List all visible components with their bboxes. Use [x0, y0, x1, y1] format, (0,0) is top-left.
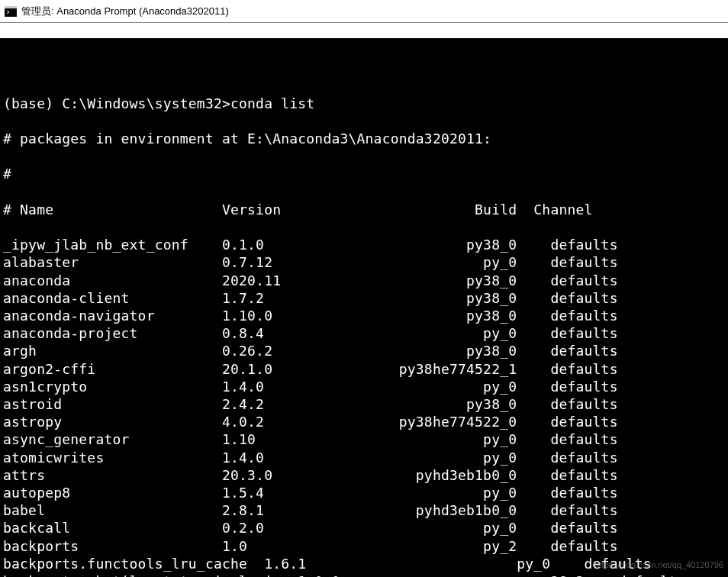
- package-row: backports 1.0 py_2 defaults: [3, 537, 728, 555]
- package-row: backcall 0.2.0 py_0 defaults: [3, 519, 728, 537]
- package-row: astroid 2.4.2 py38_0 defaults: [3, 395, 728, 413]
- titlebar-spacer: [0, 23, 728, 38]
- svg-rect-1: [5, 6, 17, 8]
- watermark-text: https://blog.csdn.net/qq_40120796: [594, 556, 723, 574]
- terminal-output[interactable]: (base) C:\Windows\system32>conda list # …: [0, 38, 728, 577]
- window-title: 管理员: Anaconda Prompt (Anaconda3202011): [21, 5, 229, 18]
- package-row: anaconda-navigator 1.10.0 py38_0 default…: [3, 307, 728, 324]
- package-row: argon2-cffi 20.1.0 py38he774522_1 defaul…: [3, 360, 728, 378]
- blank-row: [3, 59, 728, 76]
- prompt-command: conda list: [230, 95, 314, 111]
- package-row: atomicwrites 1.4.0 py_0 defaults: [3, 449, 728, 466]
- package-row: astropy 4.0.2 py38he774522_0 defaults: [3, 413, 728, 430]
- package-row: asn1crypto 1.4.0 py_0 defaults: [3, 378, 728, 395]
- package-row: anaconda-client 1.7.2 py38_0 defaults: [3, 289, 728, 307]
- hash-line: #: [3, 165, 728, 182]
- package-row: autopep8 1.5.4 py_0 defaults: [3, 484, 728, 501]
- package-row: argh 0.26.2 py38_0 defaults: [3, 342, 728, 359]
- package-row: async_generator 1.10 py_0 defaults: [3, 430, 728, 448]
- env-line: # packages in environment at E:\Anaconda…: [3, 130, 728, 147]
- package-row: anaconda 2020.11 py38_0 defaults: [3, 272, 728, 289]
- window-titlebar: 管理员: Anaconda Prompt (Anaconda3202011): [0, 0, 728, 23]
- package-row: babel 2.8.1 pyhd3eb1b0_0 defaults: [3, 501, 728, 519]
- header-row: # Name Version Build Channel: [3, 201, 728, 218]
- package-row: attrs 20.3.0 pyhd3eb1b0_0 defaults: [3, 466, 728, 484]
- prompt-line: (base) C:\Windows\system32>conda list: [3, 95, 728, 112]
- prompt-cwd: (base) C:\Windows\system32>: [3, 95, 230, 111]
- terminal-icon: [5, 5, 17, 18]
- package-row: alabaster 0.7.12 py_0 defaults: [3, 253, 728, 271]
- package-row: _ipyw_jlab_nb_ext_conf 0.1.0 py38_0 defa…: [3, 236, 728, 253]
- package-row: anaconda-project 0.8.4 py_0 defaults: [3, 324, 728, 342]
